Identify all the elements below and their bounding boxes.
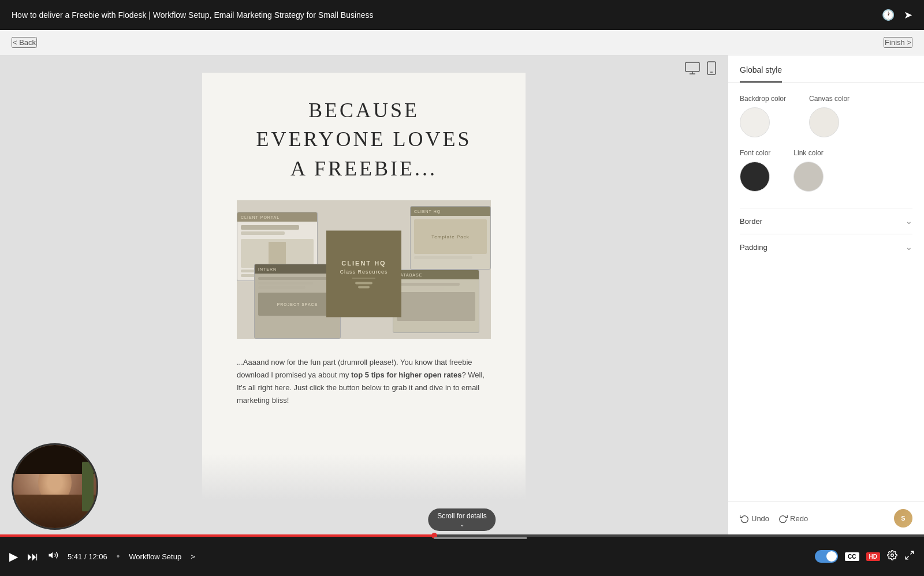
controls-row: ▶ ⏭ 5:41 / 12:06 • Workflow Setup > CC H… <box>0 537 924 576</box>
progress-bar-buffer <box>434 537 527 539</box>
workflow-arrow: > <box>191 552 195 561</box>
title-icons: 🕐 ➤ <box>882 9 912 21</box>
play-button[interactable]: ▶ <box>9 549 18 563</box>
canvas-color-item: Canvas color <box>809 95 850 137</box>
email-card: BECAUSE EVERYONE LOVES A FREEBIE... CLIE… <box>202 73 526 454</box>
progress-bar[interactable] <box>0 534 924 537</box>
font-color-swatch[interactable] <box>740 162 770 192</box>
sidebar-title: Global style <box>740 65 782 83</box>
progress-bar-fill <box>0 534 434 537</box>
sidebar-content: Backdrop color Canvas color Font color L… <box>728 83 924 502</box>
time-display: 5:41 / 12:06 <box>68 552 107 561</box>
svg-marker-10 <box>49 552 53 558</box>
toggle-knob <box>826 551 837 562</box>
controls-right: CC HD <box>815 550 915 563</box>
back-button[interactable]: < Back <box>12 37 37 48</box>
email-body-text: ...Aaaand now for the fun part (drumroll… <box>237 356 491 407</box>
sidebar-header: Global style <box>728 55 924 83</box>
svg-rect-5 <box>685 62 699 72</box>
email-bottom-fade <box>202 454 526 500</box>
backdrop-color-item: Backdrop color <box>740 95 786 137</box>
svg-line-12 <box>911 551 914 554</box>
presenter-face <box>13 445 96 528</box>
border-label: Border <box>740 217 762 226</box>
undo-button[interactable]: Undo <box>740 514 769 523</box>
sidebar-panel: Global style Backdrop color Canvas color… <box>728 55 924 534</box>
settings-button[interactable] <box>887 550 897 563</box>
separator: • <box>117 551 120 562</box>
font-color-label: Font color <box>740 149 770 157</box>
collage-card-2: CLIENT HQ Template Pack <box>410 206 491 270</box>
finish-button[interactable]: Finish > <box>884 37 912 48</box>
color-section: Backdrop color Canvas color Font color L… <box>740 95 912 192</box>
scroll-hint: Scroll for details ⌄ <box>428 508 495 531</box>
padding-label: Padding <box>740 243 767 252</box>
canvas-color-label: Canvas color <box>809 95 850 103</box>
email-preview: BECAUSE EVERYONE LOVES A FREEBIE... CLIE… <box>0 55 728 534</box>
collage-card-4: DATABASE <box>393 270 479 333</box>
svg-line-13 <box>906 556 908 559</box>
title-bar: How to deliver a Freebie with Flodesk | … <box>0 0 924 30</box>
sidebar-bottom: Undo Redo S <box>728 502 924 534</box>
padding-chevron-icon: ⌄ <box>906 242 912 252</box>
cc-badge[interactable]: CC <box>845 552 859 561</box>
workflow-label[interactable]: Workflow Setup <box>129 552 181 561</box>
share-icon[interactable]: ➤ <box>904 9 912 21</box>
link-color-label: Link color <box>793 149 824 157</box>
clock-icon[interactable]: 🕐 <box>882 9 895 21</box>
freebie-collage: CLIENT PORTAL CLIENT HQ <box>237 200 491 339</box>
svg-point-11 <box>891 554 894 557</box>
skip-button[interactable]: ⏭ <box>27 550 39 563</box>
fullscreen-button[interactable] <box>904 550 915 563</box>
hd-badge[interactable]: HD <box>866 552 880 561</box>
redo-button[interactable]: Redo <box>778 514 808 523</box>
font-color-item: Font color <box>740 149 770 192</box>
canvas-color-swatch[interactable] <box>809 107 839 137</box>
color-row-2: Font color Link color <box>740 149 912 192</box>
saved-badge: S <box>894 509 912 528</box>
nav-bar: < Back Finish > <box>0 30 924 55</box>
border-chevron-icon: ⌄ <box>906 216 912 226</box>
desktop-icon[interactable] <box>685 62 700 78</box>
email-headline: BECAUSE EVERYONE LOVES A FREEBIE... <box>237 96 491 183</box>
video-controls: ▶ ⏭ 5:41 / 12:06 • Workflow Setup > CC H… <box>0 534 924 576</box>
border-accordion[interactable]: Border ⌄ <box>740 208 912 234</box>
webcam-overlay <box>12 443 98 530</box>
collage-center-card: CLIENT HQ Class Resources <box>326 231 401 317</box>
volume-button[interactable] <box>48 550 58 563</box>
padding-accordion[interactable]: Padding ⌄ <box>740 234 912 260</box>
controls-left: ▶ ⏭ 5:41 / 12:06 • Workflow Setup > <box>9 549 195 563</box>
video-title: How to deliver a Freebie with Flodesk | … <box>12 10 882 20</box>
main-content: BECAUSE EVERYONE LOVES A FREEBIE... CLIE… <box>0 55 728 534</box>
mobile-icon[interactable] <box>707 61 716 78</box>
color-row-1: Backdrop color Canvas color <box>740 95 912 137</box>
scroll-arrow-icon: ⌄ <box>460 521 464 528</box>
backdrop-color-swatch[interactable] <box>740 107 770 137</box>
link-color-swatch[interactable] <box>793 162 824 192</box>
autoplay-toggle[interactable] <box>815 550 838 563</box>
undo-redo-group: Undo Redo <box>740 514 808 523</box>
device-icons <box>685 61 716 78</box>
link-color-item: Link color <box>793 149 824 192</box>
backdrop-color-label: Backdrop color <box>740 95 786 103</box>
